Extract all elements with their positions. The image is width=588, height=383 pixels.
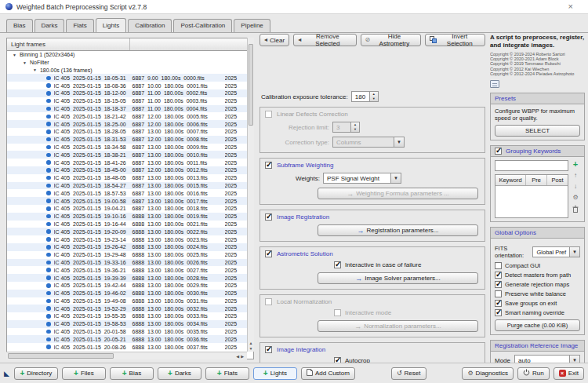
option-smart-naming-override[interactable]: Smart naming override — [495, 308, 580, 317]
file-row[interactable]: IC 405_2025-01-15_18-05-31__6887_9.00_18… — [7, 74, 253, 82]
option-compact-gui[interactable]: Compact GUI — [495, 261, 580, 270]
file-row[interactable]: IC 405_2025-01-15_19-46-02__6888_13.00_1… — [7, 290, 253, 297]
file-row[interactable]: IC 405_2025-01-15_19-33-16__6888_13.00_1… — [7, 259, 253, 267]
image-integration-checkbox[interactable] — [265, 346, 272, 353]
option-preserve-white-balance[interactable]: Preserve white balance — [495, 289, 580, 298]
tab-flats[interactable]: Flats — [66, 19, 93, 32]
local-normalization-checkbox[interactable] — [265, 298, 272, 305]
file-row[interactable]: IC 405_2025-01-15_20-08-26__6888_13.00_1… — [7, 343, 253, 351]
file-row[interactable]: IC 405_2025-01-15_19-58-53__6888_13.00_1… — [7, 320, 253, 328]
add-directory-button[interactable]: + Directory — [14, 367, 58, 380]
reset-button[interactable]: ↺ Reset — [391, 367, 426, 380]
spinner-arrows[interactable]: ▲▼ — [369, 92, 378, 101]
file-row[interactable]: IC 405_2025-01-15_18-38-21__6887_13.00_1… — [7, 151, 253, 159]
purge-cache-button[interactable]: Purge cache (0.00 KiB) — [495, 319, 580, 331]
add-lights-button[interactable]: + Lights — [253, 367, 297, 380]
image-solver-parameters-button[interactable]: → Image Solver parameters... — [318, 272, 478, 284]
tab-bias[interactable]: Bias — [6, 19, 33, 32]
gear-icon[interactable]: ⚙ — [572, 195, 578, 201]
file-row[interactable]: IC 405_2025-01-15_18-12-00__6887_11.00_1… — [7, 89, 253, 97]
grouping-keyword-input[interactable] — [495, 160, 568, 171]
fits-orientation-dropdown[interactable]: Global Pref ▼ — [532, 246, 580, 257]
file-row[interactable]: IC 405_2025-01-15_18-25-00__6887_12.00_1… — [7, 120, 253, 128]
option-detect-masters-from-path[interactable]: Detect masters from path — [495, 270, 580, 279]
tab-pipeline[interactable]: Pipeline — [234, 19, 270, 32]
file-row[interactable]: IC 405_2025-01-15_19-26-42__6888_13.00_1… — [7, 243, 253, 251]
file-row[interactable]: IC 405_2025-01-15_19-39-39__6888_13.00_1… — [7, 274, 253, 282]
linear-defects-checkbox[interactable] — [265, 111, 272, 118]
trash-icon[interactable] — [572, 206, 579, 214]
move-down-icon[interactable]: ↓ — [574, 184, 577, 190]
presets-select-button[interactable]: SELECT — [495, 125, 580, 137]
file-row[interactable]: IC 405_2025-01-15_18-08-36__6887_10.00_1… — [7, 82, 253, 89]
add-keyword-icon[interactable]: + — [573, 161, 578, 168]
file-row[interactable]: IC 405_2025-01-15_18-48-05__6887_13.00_1… — [7, 174, 253, 182]
add-bias-button[interactable]: + Bias — [110, 367, 154, 380]
grouping-keywords-checkbox[interactable] — [495, 148, 502, 155]
file-row[interactable]: IC 405_2025-01-15_20-05-21__6888_13.00_1… — [7, 335, 253, 343]
horizontal-scrollbar-thumb[interactable] — [8, 353, 114, 359]
remove-selected-button[interactable]: ◂ Remove Selected — [293, 34, 356, 46]
horizontal-scrollbar[interactable]: ◀▶ — [6, 352, 247, 359]
hide-astrometry-button[interactable]: ⊘ Hide Astrometry — [361, 34, 421, 46]
file-row[interactable]: IC 405_2025-01-15_18-15-05__6887_11.00_1… — [7, 97, 253, 105]
note-icon[interactable] — [490, 80, 499, 88]
vertical-scrollbar-arrows[interactable]: ▲▼ — [248, 341, 254, 352]
file-row[interactable]: IC 405_2025-01-15_19-16-44__6888_13.00_1… — [7, 221, 253, 228]
calibration-tolerance-spinner[interactable]: 180 ▲▼ — [351, 91, 379, 102]
file-row[interactable]: IC 405_2025-01-15_18-18-37__6887_11.00_1… — [7, 105, 253, 113]
interactive-failure-checkbox[interactable] — [334, 261, 341, 268]
file-row[interactable]: IC 405_2025-01-15_20-01-58__6888_13.00_1… — [7, 328, 253, 336]
subframe-weighting-checkbox[interactable] — [265, 162, 272, 169]
file-row[interactable]: IC 405_2025-01-15_19-20-09__6888_13.00_1… — [7, 228, 253, 235]
invert-selection-button[interactable]: Invert Selection — [425, 34, 485, 46]
file-row[interactable]: IC 405_2025-01-15_18-41-26__6887_13.00_1… — [7, 159, 253, 166]
file-row[interactable]: IC 405_2025-01-15_18-21-42__6887_12.00_1… — [7, 112, 253, 120]
tab-calibration[interactable]: Calibration — [128, 19, 172, 32]
file-row[interactable]: IC 405_2025-01-15_18-34-58__6887_13.00_1… — [7, 144, 253, 151]
file-row[interactable]: IC 405_2025-01-15_19-55-35__6888_13.00_1… — [7, 312, 253, 320]
horizontal-scrollbar-arrows[interactable]: ◀▶ — [236, 354, 247, 359]
add-darks-button[interactable]: + Darks — [158, 367, 201, 380]
tab-darks[interactable]: Darks — [34, 19, 65, 32]
astrometric-solution-checkbox[interactable] — [265, 250, 272, 257]
tree-group-exposure[interactable]: ▼ 180.00s (136 frames) — [7, 67, 253, 75]
file-row[interactable]: IC 405_2025-01-15_19-04-21__6887_13.00_1… — [7, 205, 253, 213]
file-row[interactable]: IC 405_2025-01-15_18-57-53__6887_13.00_1… — [7, 189, 253, 197]
weights-dropdown[interactable]: PSF Signal Weight ▼ — [323, 173, 401, 184]
resize-grip-icon[interactable]: ◣ — [4, 370, 9, 378]
file-row[interactable]: IC 405_2025-01-15_19-10-16__6888_13.00_1… — [7, 213, 253, 221]
close-icon[interactable]: × — [568, 2, 583, 11]
tab-lights[interactable]: Lights — [96, 18, 126, 32]
file-row[interactable]: IC 405_2025-01-15_19-52-29__6888_13.00_1… — [7, 305, 253, 312]
tab-post-calibration[interactable]: Post-Calibration — [173, 19, 232, 32]
vertical-scrollbar-thumb[interactable] — [249, 44, 253, 126]
file-row[interactable]: IC 405_2025-01-15_19-36-21__6888_13.00_1… — [7, 266, 253, 274]
file-row[interactable]: IC 405_2025-01-15_19-49-08__6888_13.00_1… — [7, 297, 253, 305]
run-button[interactable]: Run — [517, 367, 550, 380]
option-generate-rejection-maps[interactable]: Generate rejection maps — [495, 279, 580, 289]
option-save-groups-on-exit[interactable]: Save groups on exit — [495, 298, 580, 308]
tree-group-binning[interactable]: ▼ Binning 1 (5202x3464) — [7, 51, 253, 59]
registration-parameters-button[interactable]: → Registration parameters... — [318, 224, 478, 236]
clear-button[interactable]: ◂ Clear — [260, 34, 289, 46]
chevron-down-icon[interactable]: ▼ — [33, 67, 37, 72]
add-files-button[interactable]: + Files — [62, 367, 106, 380]
file-row[interactable]: IC 405_2025-01-15_18-28-05__6887_13.00_1… — [7, 128, 253, 136]
diagnostics-button[interactable]: ⚙ Diagnostics — [462, 367, 514, 380]
tree-group-filter[interactable]: ▼ NoFilter — [7, 59, 253, 67]
file-row[interactable]: IC 405_2025-01-15_18-45-00__6887_12.00_1… — [7, 166, 253, 174]
image-registration-checkbox[interactable] — [265, 213, 272, 221]
exit-button[interactable]: × Exit — [554, 367, 584, 380]
file-row[interactable]: IC 405_2025-01-15_18-31-53__6887_12.00_1… — [7, 136, 253, 144]
file-row[interactable]: IC 405_2025-01-15_19-29-48__6888_13.00_1… — [7, 251, 253, 259]
file-row[interactable]: IC 405_2025-01-15_19-42-44__6888_13.00_1… — [7, 282, 253, 290]
file-row[interactable]: IC 405_2025-01-15_19-00-58__6887_13.00_1… — [7, 197, 253, 205]
vertical-scrollbar[interactable]: ▲▼ — [247, 38, 254, 352]
move-up-icon[interactable]: ↑ — [574, 173, 577, 179]
file-row[interactable]: IC 405_2025-01-15_19-23-14__6888_13.00_1… — [7, 235, 253, 243]
add-flats-button[interactable]: + Flats — [205, 367, 249, 380]
chevron-down-icon[interactable]: ▼ — [13, 53, 16, 57]
grouping-table-body[interactable] — [495, 186, 568, 217]
file-row[interactable]: IC 405_2025-01-15_18-54-27__6887_13.00_1… — [7, 182, 253, 190]
